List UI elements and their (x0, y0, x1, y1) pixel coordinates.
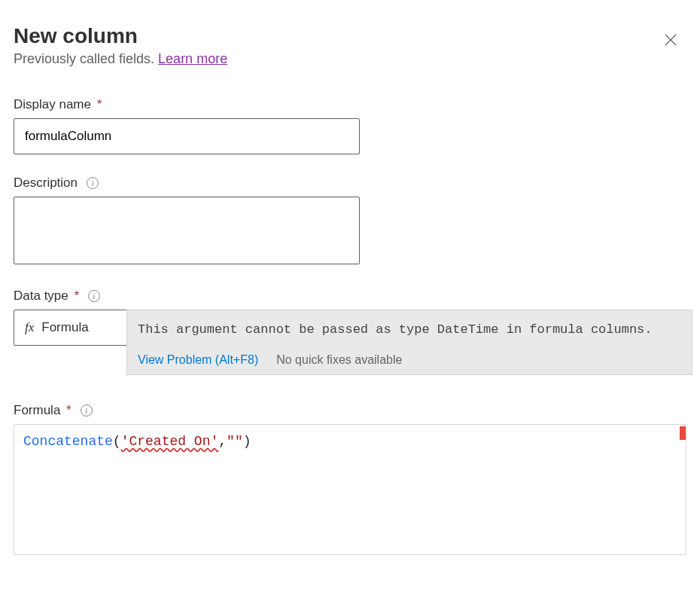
data-type-value: Formula (41, 320, 88, 335)
info-icon[interactable]: i (88, 290, 100, 302)
formula-fx-icon: fx (25, 320, 34, 335)
formula-label: Formula (14, 403, 60, 418)
no-fixes-text: No quick fixes available (276, 353, 402, 367)
required-indicator: * (97, 98, 102, 111)
data-type-label: Data type (14, 288, 68, 304)
formula-token-error-arg: 'Created On' (121, 434, 219, 449)
error-tooltip: This argument cannot be passed as type D… (126, 310, 692, 375)
description-input[interactable] (14, 197, 360, 264)
info-icon[interactable]: i (87, 177, 99, 189)
formula-token-function: Concatenate (23, 434, 113, 449)
formula-token-string: "" (227, 434, 243, 449)
page-title: New column (14, 24, 227, 48)
learn-more-link[interactable]: Learn more (158, 51, 227, 66)
display-name-label: Display name (14, 97, 91, 112)
required-indicator: * (75, 289, 79, 303)
formula-token-paren: ) (243, 434, 251, 449)
required-indicator: * (66, 404, 71, 417)
close-button[interactable] (659, 29, 682, 51)
formula-editor[interactable]: Concatenate('Created On',"") (14, 424, 686, 555)
subtitle-text: Previously called fields. (14, 51, 158, 66)
description-label: Description (14, 175, 78, 191)
page-subtitle: Previously called fields. Learn more (14, 51, 227, 67)
formula-token-sep: , (218, 434, 227, 449)
view-problem-link[interactable]: View Problem (Alt+F8) (138, 353, 258, 367)
close-icon (664, 33, 677, 47)
tooltip-message: This argument cannot be passed as type D… (127, 310, 692, 347)
info-icon[interactable]: i (81, 404, 93, 417)
formula-token-paren: ( (113, 434, 121, 449)
error-marker-icon (680, 426, 686, 440)
display-name-input[interactable] (14, 118, 360, 154)
